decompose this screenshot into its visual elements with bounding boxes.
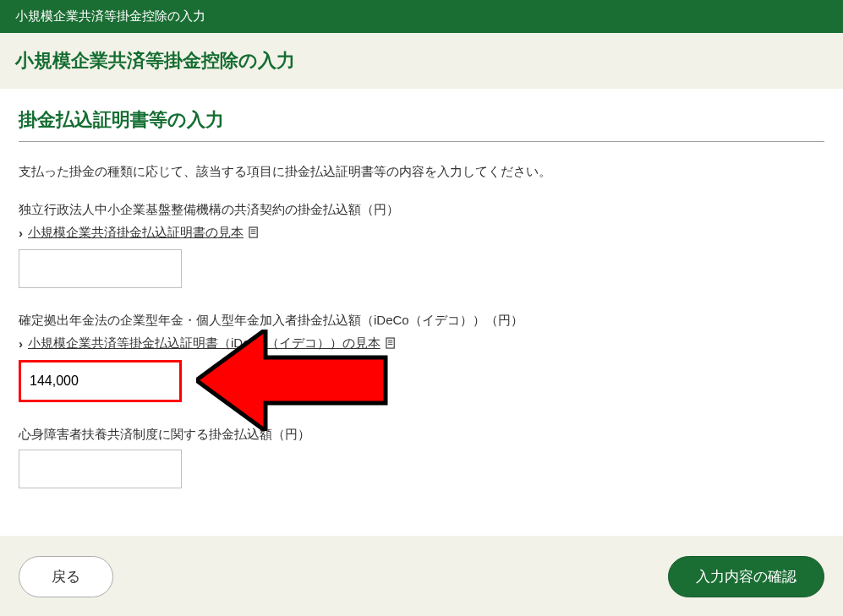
document-icon [249, 226, 260, 239]
header-bar: 小規模企業共済等掛金控除の入力 [0, 0, 843, 33]
svg-rect-4 [386, 338, 394, 348]
kyosai-field-section: 独立行政法人中小企業基盤整備機構の共済契約の掛金払込額（円） › 小規模企業共済… [19, 199, 824, 288]
ideco-sample-row: › 小規模企業共済等掛金払込証明書（iDeCo（イデコ））の見本 [19, 335, 824, 352]
intro-text: 支払った掛金の種類に応じて、該当する項目に掛金払込証明書等の内容を入力してくださ… [19, 161, 824, 183]
shinshin-label: 心身障害者扶養共済制度に関する掛金払込額（円） [19, 424, 824, 444]
title-section: 小規模企業共済等掛金控除の入力 [0, 33, 843, 89]
chevron-icon: › [19, 226, 23, 240]
footer-bar: 戻る 入力内容の確認 [0, 536, 843, 617]
document-icon [386, 337, 397, 350]
ideco-input[interactable] [19, 360, 182, 402]
ideco-label: 確定拠出年金法の企業型年金・個人型年金加入者掛金払込額（iDeCo（イデコ））（… [19, 310, 824, 330]
content-area: 掛金払込証明書等の入力 支払った掛金の種類に応じて、該当する項目に掛金払込証明書… [0, 89, 843, 536]
kyosai-input[interactable] [19, 249, 182, 288]
section-heading: 掛金払込証明書等の入力 [19, 107, 824, 141]
page-title: 小規模企業共済等掛金控除の入力 [15, 48, 828, 74]
shinshin-field-section: 心身障害者扶養共済制度に関する掛金払込額（円） [19, 424, 824, 488]
kyosai-sample-row: › 小規模企業共済掛金払込証明書の見本 [19, 225, 824, 241]
svg-rect-0 [249, 227, 257, 237]
ideco-field-section: 確定拠出年金法の企業型年金・個人型年金加入者掛金払込額（iDeCo（イデコ））（… [19, 310, 824, 402]
kyosai-sample-link[interactable]: 小規模企業共済掛金払込証明書の見本 [28, 225, 244, 241]
ideco-sample-link[interactable]: 小規模企業共済等掛金払込証明書（iDeCo（イデコ））の見本 [28, 335, 380, 352]
confirm-button[interactable]: 入力内容の確認 [668, 556, 824, 597]
back-button[interactable]: 戻る [19, 556, 113, 597]
ideco-input-row [19, 360, 824, 402]
section-divider [19, 141, 824, 142]
chevron-icon: › [19, 336, 23, 351]
kyosai-label: 独立行政法人中小企業基盤整備機構の共済契約の掛金払込額（円） [19, 199, 824, 220]
shinshin-input[interactable] [19, 450, 182, 488]
header-title: 小規模企業共済等掛金控除の入力 [15, 8, 205, 23]
